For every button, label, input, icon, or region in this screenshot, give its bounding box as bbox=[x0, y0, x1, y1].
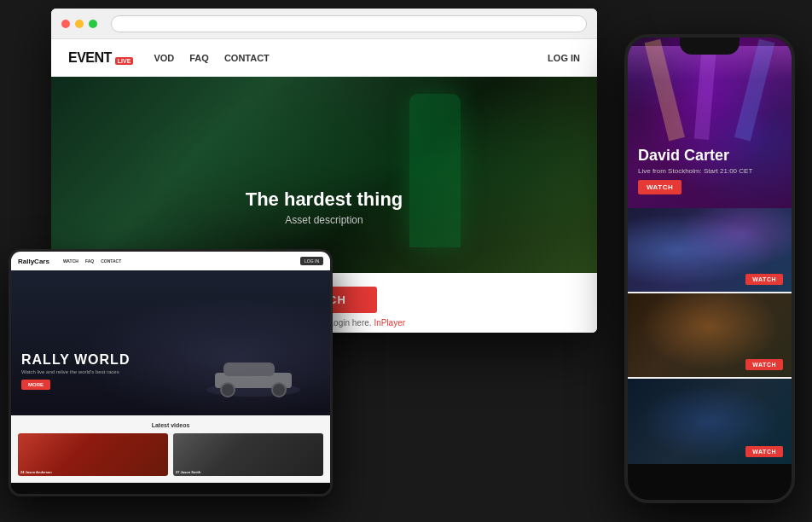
browser-maximize-dot bbox=[89, 20, 97, 28]
phone-video-watch-btn-1[interactable]: WATCH bbox=[745, 274, 783, 285]
phone-video-watch-btn-2[interactable]: WATCH bbox=[745, 359, 783, 370]
site-nav: EVENT LIVE VOD FAQ CONTACT LOG IN bbox=[51, 39, 597, 77]
tablet-nav: RallyCars WATCH FAQ CONTACT LOG IN bbox=[11, 252, 330, 270]
phone-hero: David Carter Live from Stockholm: Start … bbox=[628, 38, 792, 208]
tablet-screen: RallyCars WATCH FAQ CONTACT LOG IN bbox=[11, 252, 330, 494]
hero-glow bbox=[51, 77, 597, 273]
svg-point-4 bbox=[272, 383, 286, 397]
logo-text: EVENT bbox=[68, 50, 112, 66]
svg-line-6 bbox=[701, 41, 710, 139]
car-silhouette bbox=[202, 347, 304, 398]
tablet-video-thumb-1[interactable]: 24 Jason Anderson bbox=[18, 433, 168, 476]
phone-video-item-3[interactable]: WATCH bbox=[628, 379, 792, 464]
logo-live-badge: LIVE bbox=[115, 57, 134, 65]
phone-video-item-2[interactable]: WATCH bbox=[628, 293, 792, 379]
tablet-nav-links: WATCH FAQ CONTACT bbox=[63, 258, 121, 264]
svg-line-5 bbox=[652, 41, 677, 139]
phone-content-list: WATCH WATCH WATCH bbox=[628, 208, 792, 464]
tablet-videos-title: Latest videos bbox=[18, 422, 323, 428]
phone-hero-info: David Carter Live from Stockholm: Start … bbox=[638, 148, 781, 194]
phone-screen: David Carter Live from Stockholm: Start … bbox=[628, 38, 792, 500]
nav-link-contact[interactable]: CONTACT bbox=[224, 53, 270, 63]
scene: EVENT LIVE VOD FAQ CONTACT LOG IN The ha… bbox=[0, 0, 812, 522]
phone-hero-watch-button[interactable]: WATCH bbox=[638, 180, 682, 194]
tablet-video-label-1: 24 Jason Anderson bbox=[20, 470, 52, 474]
tablet-hero-title-block: RALLY WORLD Watch live and relive the wo… bbox=[21, 352, 130, 390]
browser-bar bbox=[51, 9, 597, 39]
tablet-logo: RallyCars bbox=[18, 258, 49, 265]
browser-url-bar[interactable] bbox=[111, 15, 587, 32]
tablet-hero: RALLY WORLD Watch live and relive the wo… bbox=[11, 270, 330, 415]
nav-link-faq[interactable]: FAQ bbox=[189, 53, 209, 63]
login-link[interactable]: LOG IN bbox=[548, 53, 580, 63]
guitarist-figure bbox=[358, 94, 512, 264]
tablet-hero-title: RALLY WORLD bbox=[21, 352, 130, 368]
tablet-video-label-2: 27 Jason Smith bbox=[176, 470, 200, 474]
phone-video-item-1[interactable]: WATCH bbox=[628, 208, 792, 293]
svg-point-3 bbox=[221, 383, 235, 397]
tablet-video-thumb-2[interactable]: 27 Jason Smith bbox=[173, 433, 323, 476]
tablet-video-grid: 24 Jason Anderson 27 Jason Smith bbox=[18, 433, 323, 476]
tablet-login-btn[interactable]: LOG IN bbox=[300, 257, 323, 265]
browser-minimize-dot bbox=[75, 20, 84, 28]
site-logo: EVENT LIVE bbox=[68, 50, 133, 66]
hero-title: The hardest thing bbox=[246, 188, 403, 211]
hero-title-block: The hardest thing Asset description bbox=[246, 188, 403, 226]
phone-event-info: Live from Stockholm: Start 21:00 CET bbox=[638, 167, 781, 175]
phone-device: David Carter Live from Stockholm: Start … bbox=[624, 34, 795, 503]
inplayer-link[interactable]: InPlayer bbox=[374, 318, 405, 328]
phone-artist-name: David Carter bbox=[638, 148, 781, 165]
phone-video-watch-btn-3[interactable]: WATCH bbox=[745, 446, 783, 457]
tablet-nav-watch[interactable]: WATCH bbox=[63, 258, 78, 264]
svg-line-7 bbox=[742, 41, 767, 139]
tablet-more-button[interactable]: MORE bbox=[21, 380, 50, 390]
tablet-nav-faq[interactable]: FAQ bbox=[85, 258, 94, 264]
tablet-nav-contact[interactable]: CONTACT bbox=[101, 258, 121, 264]
tablet-videos-section: Latest videos 24 Jason Anderson 27 Jason… bbox=[11, 415, 330, 483]
svg-rect-2 bbox=[223, 362, 275, 376]
browser-close-dot bbox=[61, 20, 70, 28]
hero-description: Asset description bbox=[246, 214, 403, 226]
site-hero: The hardest thing Asset description bbox=[51, 77, 597, 273]
site-nav-links: VOD FAQ CONTACT bbox=[154, 53, 269, 63]
nav-link-vod[interactable]: VOD bbox=[154, 53, 174, 63]
tablet-device: RallyCars WATCH FAQ CONTACT LOG IN bbox=[9, 249, 333, 496]
tablet-hero-subtitle: Watch live and relive the world's best r… bbox=[21, 369, 130, 374]
phone-notch bbox=[680, 38, 740, 55]
